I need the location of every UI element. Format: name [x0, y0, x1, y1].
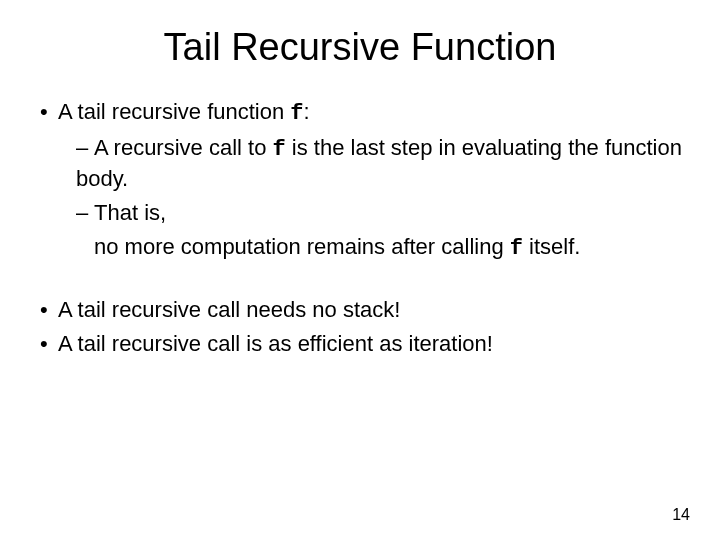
slide-body: •A tail recursive function f: –A recursi… — [30, 97, 690, 359]
code-f: f — [510, 236, 523, 261]
text: itself. — [523, 234, 580, 259]
slide: Tail Recursive Function •A tail recursiv… — [0, 0, 720, 540]
text: A recursive call to — [94, 135, 273, 160]
text: A tail recursive function — [58, 99, 290, 124]
bullet-continuation: no more computation remains after callin… — [76, 232, 690, 264]
text: A tail recursive call needs no stack! — [58, 297, 400, 322]
text: That is, — [94, 200, 166, 225]
bullet-item: –That is, — [76, 198, 690, 228]
bullet-l2-marker: – — [76, 198, 94, 228]
bullet-item: •A tail recursive call needs no stack! — [40, 295, 690, 325]
slide-title: Tail Recursive Function — [30, 26, 690, 69]
code-f: f — [273, 137, 286, 162]
text: A tail recursive call is as efficient as… — [58, 331, 493, 356]
bullet-item: •A tail recursive call is as efficient a… — [40, 329, 690, 359]
page-number: 14 — [672, 506, 690, 524]
text: no more computation remains after callin… — [94, 234, 510, 259]
text: : — [304, 99, 310, 124]
bullet-item: •A tail recursive function f: — [40, 97, 690, 129]
bullet-item: –A recursive call to f is the last step … — [76, 133, 690, 194]
bullet-l1-marker: • — [40, 329, 58, 359]
bullet-l2-marker: – — [76, 133, 94, 163]
spacer — [30, 267, 690, 295]
code-f: f — [290, 101, 303, 126]
bullet-l1-marker: • — [40, 295, 58, 325]
bullet-l1-marker: • — [40, 97, 58, 127]
